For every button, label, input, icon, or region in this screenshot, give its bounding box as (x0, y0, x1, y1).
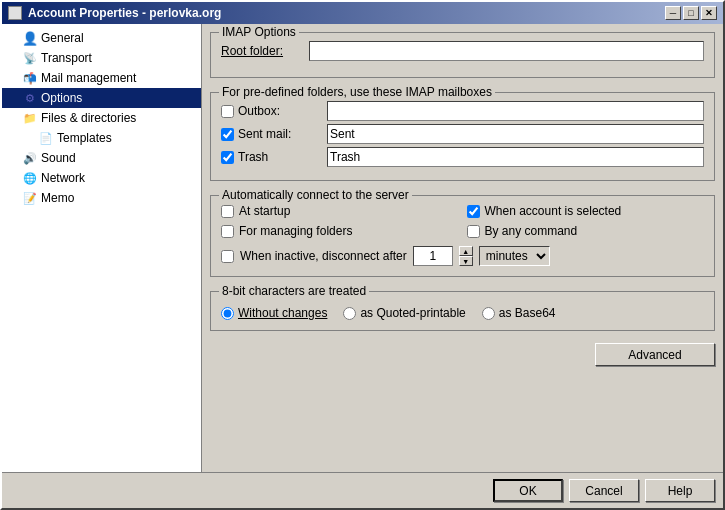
outbox-check-container: Outbox: (221, 104, 321, 118)
trash-input[interactable] (327, 147, 704, 167)
spin-up-button[interactable]: ▲ (459, 246, 473, 256)
close-button[interactable]: ✕ (701, 6, 717, 20)
base64-label: as Base64 (499, 306, 556, 320)
sidebar-label-transport: Transport (41, 51, 92, 65)
quoted-printable-label: as Quoted-printable (360, 306, 465, 320)
sidebar-label-network: Network (41, 171, 85, 185)
maximize-button[interactable]: □ (683, 6, 699, 20)
window-title: Account Properties - perlovka.org (28, 6, 221, 20)
templates-icon: 📄 (38, 130, 54, 146)
when-selected-checkbox[interactable] (467, 205, 480, 218)
root-folder-label: Root folder: (221, 44, 301, 58)
auto-connect-checkboxes: At startup When account is selected For … (221, 204, 704, 240)
by-any-command-checkbox[interactable] (467, 225, 480, 238)
predefined-folders-group: For pre-defined folders, use these IMAP … (210, 92, 715, 181)
sidebar-label-options: Options (41, 91, 82, 105)
sidebar-label-sound: Sound (41, 151, 76, 165)
inactive-row: When inactive, disconnect after ▲ ▼ minu… (221, 246, 704, 266)
when-selected-label: When account is selected (485, 204, 622, 218)
outbox-checkbox[interactable] (221, 105, 234, 118)
without-changes-label: Without changes (238, 306, 327, 320)
without-changes-item: Without changes (221, 306, 327, 320)
unit-select[interactable]: minutes seconds (479, 246, 550, 266)
sidebar-item-templates[interactable]: 📄 Templates (2, 128, 201, 148)
sidebar-item-options[interactable]: ⚙ Options (2, 88, 201, 108)
advanced-button[interactable]: Advanced (595, 343, 715, 366)
bitchars-group: 8-bit characters are treated Without cha… (210, 291, 715, 331)
sidebar-label-memo: Memo (41, 191, 74, 205)
network-icon: 🌐 (22, 170, 38, 186)
sidebar-item-mail-management[interactable]: 📬 Mail management (2, 68, 201, 88)
root-folder-input[interactable] (309, 41, 704, 61)
bitchars-label: 8-bit characters are treated (219, 284, 369, 298)
quoted-printable-radio[interactable] (343, 307, 356, 320)
minimize-button[interactable]: ─ (665, 6, 681, 20)
title-bar-controls: ─ □ ✕ (665, 6, 717, 20)
quoted-printable-item: as Quoted-printable (343, 306, 465, 320)
bottom-bar: OK Cancel Help (2, 472, 723, 508)
auto-connect-label: Automatically connect to the server (219, 188, 412, 202)
files-icon: 📁 (22, 110, 38, 126)
outbox-label: Outbox: (238, 104, 280, 118)
outbox-input[interactable] (327, 101, 704, 121)
sidebar: 👤 General 📡 Transport 📬 Mail management … (2, 24, 202, 472)
help-button[interactable]: Help (645, 479, 715, 502)
memo-icon: 📝 (22, 190, 38, 206)
imap-options-group: IMAP Options Root folder: (210, 32, 715, 78)
trash-row: Trash (221, 147, 704, 167)
base64-item: as Base64 (482, 306, 556, 320)
spin-down-button[interactable]: ▼ (459, 256, 473, 266)
sidebar-item-transport[interactable]: 📡 Transport (2, 48, 201, 68)
window-body: 👤 General 📡 Transport 📬 Mail management … (2, 24, 723, 472)
sidebar-label-mail: Mail management (41, 71, 136, 85)
imap-options-label: IMAP Options (219, 25, 299, 39)
when-selected-row: When account is selected (467, 204, 705, 218)
trash-checkbox[interactable] (221, 151, 234, 164)
sidebar-label-general: General (41, 31, 84, 45)
cancel-button[interactable]: Cancel (569, 479, 639, 502)
auto-connect-group: Automatically connect to the server At s… (210, 195, 715, 277)
trash-check-container: Trash (221, 150, 321, 164)
at-startup-label: At startup (239, 204, 290, 218)
sent-checkbox[interactable] (221, 128, 234, 141)
sidebar-label-templates: Templates (57, 131, 112, 145)
window: Account Properties - perlovka.org ─ □ ✕ … (0, 0, 725, 510)
inactive-checkbox[interactable] (221, 250, 234, 263)
ok-button[interactable]: OK (493, 479, 563, 502)
base64-radio[interactable] (482, 307, 495, 320)
sent-check-container: Sent mail: (221, 127, 321, 141)
options-icon: ⚙ (22, 90, 38, 106)
by-any-command-label: By any command (485, 224, 578, 238)
spin-buttons: ▲ ▼ (459, 246, 473, 266)
sent-input[interactable] (327, 124, 704, 144)
sidebar-item-sound[interactable]: 🔊 Sound (2, 148, 201, 168)
for-managing-row: For managing folders (221, 224, 459, 238)
sent-label: Sent mail: (238, 127, 291, 141)
outbox-row: Outbox: (221, 101, 704, 121)
inactive-label: When inactive, disconnect after (240, 249, 407, 263)
sent-row: Sent mail: (221, 124, 704, 144)
sidebar-item-memo[interactable]: 📝 Memo (2, 188, 201, 208)
for-managing-label: For managing folders (239, 224, 352, 238)
sidebar-label-files: Files & directories (41, 111, 136, 125)
predefined-folders-label: For pre-defined folders, use these IMAP … (219, 85, 495, 99)
bitchars-radio-row: Without changes as Quoted-printable as B… (221, 306, 704, 320)
sound-icon: 🔊 (22, 150, 38, 166)
at-startup-checkbox[interactable] (221, 205, 234, 218)
for-managing-checkbox[interactable] (221, 225, 234, 238)
sidebar-item-files[interactable]: 📁 Files & directories (2, 108, 201, 128)
title-bar-text: Account Properties - perlovka.org (8, 6, 221, 20)
at-startup-row: At startup (221, 204, 459, 218)
title-bar: Account Properties - perlovka.org ─ □ ✕ (2, 2, 723, 24)
transport-icon: 📡 (22, 50, 38, 66)
sidebar-item-general[interactable]: 👤 General (2, 28, 201, 48)
sidebar-item-network[interactable]: 🌐 Network (2, 168, 201, 188)
root-folder-row: Root folder: (221, 41, 704, 61)
inactive-value-input[interactable] (413, 246, 453, 266)
without-changes-radio[interactable] (221, 307, 234, 320)
main-content: IMAP Options Root folder: For pre-define… (202, 24, 723, 472)
by-any-command-row: By any command (467, 224, 705, 238)
trash-label: Trash (238, 150, 268, 164)
mail-icon: 📬 (22, 70, 38, 86)
window-icon (8, 6, 22, 20)
